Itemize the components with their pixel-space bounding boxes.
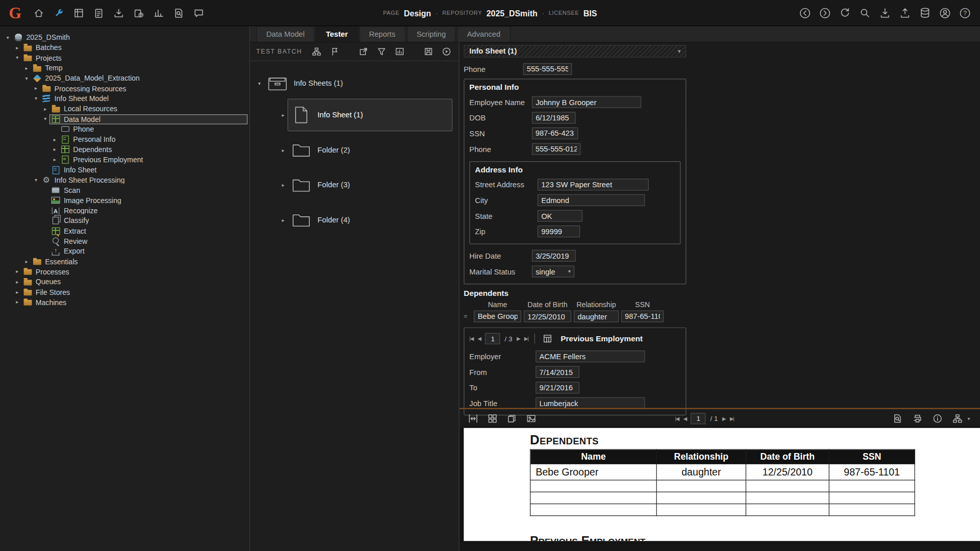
tree-item-recognize[interactable]: Recognize — [0, 206, 250, 216]
fit-width-icon[interactable] — [467, 412, 479, 424]
tree-item-file-stores[interactable]: ▸File Stores — [0, 287, 250, 297]
dependent-ssn-input[interactable] — [621, 311, 664, 322]
thumbnails-icon[interactable] — [486, 412, 499, 424]
street-address-input[interactable] — [537, 179, 649, 190]
expand-icon[interactable]: ▸ — [13, 289, 21, 295]
imports-icon[interactable] — [113, 7, 125, 19]
tree-item-temp[interactable]: ▸Temp — [0, 63, 250, 73]
tree-item-2025-dsmith[interactable]: ▾2025_DSmith — [0, 33, 250, 43]
expand-icon[interactable]: ▸ — [22, 259, 31, 264]
flag-icon[interactable] — [328, 45, 340, 58]
pe-page-input[interactable] — [485, 333, 500, 344]
viewer-last-page-icon[interactable]: ▶| — [730, 416, 734, 421]
tree-item-scan[interactable]: Scan — [0, 185, 250, 195]
play-icon[interactable] — [440, 45, 452, 58]
expand-icon[interactable]: ▸ — [41, 106, 50, 112]
horizontal-splitter[interactable] — [459, 408, 980, 409]
to-input[interactable] — [535, 382, 579, 393]
expand-icon[interactable]: ▾ — [4, 35, 12, 40]
tree-item-previous-employment[interactable]: ▸Previous Employment — [0, 155, 250, 165]
phone-input[interactable] — [523, 63, 572, 75]
dependent-dob-input[interactable] — [524, 311, 571, 322]
tab-advanced[interactable]: Advanced — [457, 26, 510, 42]
expand-icon[interactable]: ▸ — [279, 147, 287, 153]
expand-icon[interactable]: ▾ — [32, 96, 40, 102]
batch-item-info-sheets-1[interactable]: ▾Info Sheets (1) — [250, 69, 459, 97]
chevron-down-icon[interactable]: ▾ — [967, 416, 970, 421]
state-input[interactable] — [537, 210, 582, 221]
expand-icon[interactable]: ▸ — [279, 112, 287, 118]
tree-item-data-model[interactable]: ▾Data Model — [0, 114, 250, 124]
prev-page-icon[interactable]: ◀ — [478, 336, 481, 341]
tree-item-personal-info[interactable]: ▸Personal Info — [0, 134, 250, 144]
home-icon[interactable] — [33, 7, 45, 19]
tree-item-info-sheet[interactable]: Info Sheet — [0, 165, 250, 175]
batch-structure-icon[interactable] — [310, 45, 322, 58]
batch-item-folder-3[interactable]: ▸Folder (3) — [250, 167, 459, 203]
employer-input[interactable] — [535, 350, 645, 362]
last-page-icon[interactable]: ▶| — [524, 336, 528, 341]
tree-item-classify[interactable]: Classify — [0, 216, 250, 226]
expand-icon[interactable]: ▸ — [13, 279, 21, 285]
jobs-icon[interactable] — [133, 7, 145, 19]
employee-name-input[interactable] — [532, 96, 641, 108]
page-value[interactable]: Design — [404, 9, 431, 18]
dob-input[interactable] — [532, 112, 576, 123]
tree-item-local-resources[interactable]: ▸Local Resources — [0, 104, 250, 114]
row-handle-icon[interactable]: = — [464, 313, 474, 319]
city-input[interactable] — [537, 194, 645, 206]
tree-item-processes[interactable]: ▸Processes — [0, 267, 250, 277]
tree-item-info-sheet-model[interactable]: ▾Info Sheet Model — [0, 93, 250, 104]
tab-data-model[interactable]: Data Model — [256, 26, 314, 42]
tree-item-review[interactable]: Review — [0, 236, 250, 246]
document-viewer[interactable]: Dependents Name Relationship Date of Bir… — [459, 428, 980, 551]
tree-item-batches[interactable]: ▸Batches — [0, 43, 250, 53]
tree-item-dependents[interactable]: ▸Dependents — [0, 144, 250, 155]
viewer-prev-page-icon[interactable]: ◀ — [683, 416, 687, 421]
tasks-icon[interactable] — [93, 7, 105, 19]
tree-item-image-processing[interactable]: Image Processing — [0, 195, 250, 206]
tree-item-info-sheet-processing[interactable]: ▾Info Sheet Processing — [0, 175, 250, 185]
tree-item-export[interactable]: Export — [0, 246, 250, 257]
from-input[interactable] — [535, 366, 579, 378]
expand-icon[interactable]: ▸ — [51, 157, 59, 163]
export-batch-icon[interactable] — [357, 45, 369, 58]
tab-reports[interactable]: Reports — [359, 26, 405, 42]
help-icon[interactable]: ? — [959, 7, 971, 19]
batch-item-folder-4[interactable]: ▸Folder (4) — [250, 203, 459, 238]
batches-icon[interactable] — [72, 7, 85, 19]
search-icon[interactable] — [859, 7, 871, 19]
tree-item-extract[interactable]: Extract — [0, 226, 250, 236]
download-icon[interactable] — [879, 7, 891, 19]
batch-stats-icon[interactable] — [393, 45, 405, 58]
tree-item-processing-resources[interactable]: ▸Processing Resources — [0, 83, 250, 93]
expand-icon[interactable]: ▸ — [13, 45, 21, 51]
expand-icon[interactable]: ▸ — [32, 86, 40, 91]
first-page-icon[interactable]: |◀ — [470, 336, 474, 341]
next-page-icon[interactable]: ▶ — [517, 336, 520, 341]
marital-status-select[interactable]: single ▾ — [532, 265, 574, 277]
expand-icon[interactable]: ▸ — [279, 182, 287, 188]
back-icon[interactable] — [799, 7, 811, 19]
expand-icon[interactable]: ▸ — [51, 137, 59, 142]
expand-icon[interactable]: ▸ — [13, 299, 21, 305]
document-search-icon[interactable] — [173, 7, 185, 19]
ssn-input[interactable] — [532, 128, 578, 139]
info-icon[interactable] — [931, 412, 943, 424]
stats-icon[interactable] — [153, 7, 165, 19]
tree-item-phone[interactable]: Phone — [0, 124, 250, 134]
expand-icon[interactable]: ▸ — [51, 147, 59, 153]
expand-icon[interactable]: ▾ — [32, 178, 40, 183]
zip-input[interactable] — [537, 226, 580, 237]
chevron-down-icon[interactable]: ▾ — [678, 48, 681, 54]
layout-icon[interactable] — [951, 412, 964, 424]
filter-icon[interactable] — [375, 45, 387, 58]
tree-item-2025-data-model-extraction[interactable]: ▾2025_Data_Model_Extraction — [0, 73, 250, 83]
form-header[interactable]: Info Sheet (1) ▾ — [464, 45, 687, 57]
tree-item-projects[interactable]: ▾Projects — [0, 53, 250, 63]
save-icon[interactable] — [422, 45, 434, 58]
print-icon[interactable] — [911, 412, 923, 424]
expand-icon[interactable]: ▸ — [22, 65, 31, 71]
page-search-icon[interactable] — [891, 412, 903, 424]
image-icon[interactable] — [525, 412, 537, 424]
